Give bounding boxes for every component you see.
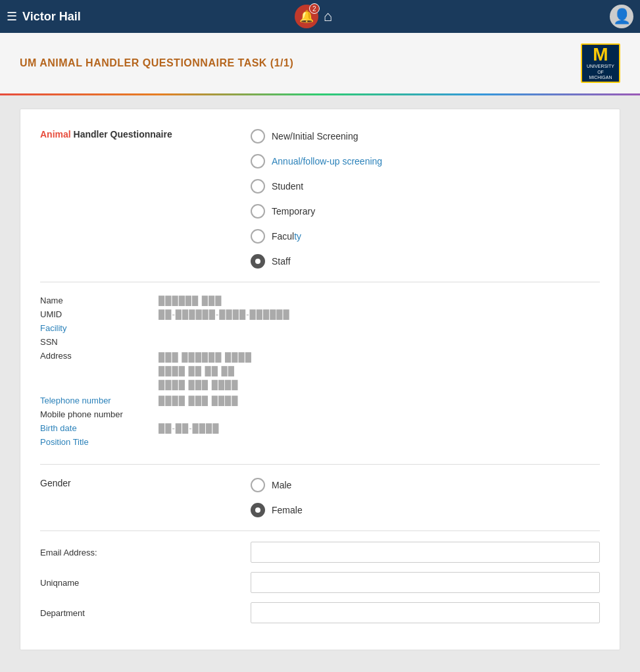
- radio-label-student: Student: [272, 181, 303, 192]
- info-row-mobile: Mobile phone number: [40, 409, 600, 419]
- radio-circle-male: [251, 478, 265, 492]
- user-profile-button[interactable]: 👤: [610, 5, 633, 28]
- info-row-position: Position Title: [40, 437, 600, 447]
- header-title: Victor Hail: [22, 10, 295, 24]
- input-row-department: Department: [40, 602, 600, 623]
- info-row-telephone: Telephone number ████ ███ ████: [40, 396, 600, 405]
- radio-label-annual-followup: Annual/follow-up screening: [272, 156, 382, 167]
- radio-circle-new-initial: [251, 129, 265, 143]
- info-value-name: ██████ ███: [159, 296, 222, 305]
- radio-student[interactable]: Student: [251, 179, 382, 194]
- radio-circle-staff: [251, 254, 265, 269]
- gender-label: Gender: [40, 478, 251, 488]
- radio-circle-faculty: [251, 229, 265, 244]
- logo-m: M: [593, 45, 608, 64]
- sub-header: UM ANIMAL HANDLER QUESTIONNAIRE TASK (1/…: [0, 33, 640, 95]
- label-rest: Handler Questionnaire: [71, 129, 172, 140]
- input-row-email: Email Address:: [40, 542, 600, 563]
- radio-label-temporary: Temporary: [272, 206, 315, 217]
- questionnaire-section: Animal Handler Questionnaire New/Initial…: [40, 122, 600, 275]
- gender-radio-group: Male Female: [251, 478, 303, 517]
- input-label-department: Department: [40, 608, 251, 618]
- main-content: Animal Handler Questionnaire New/Initial…: [0, 95, 640, 663]
- department-input[interactable]: [251, 602, 600, 623]
- radio-circle-temporary: [251, 204, 265, 219]
- radio-label-staff: Staff: [272, 256, 291, 267]
- radio-temporary[interactable]: Temporary: [251, 204, 382, 219]
- info-row-ssn: SSN: [40, 337, 600, 347]
- questionnaire-label: Animal Handler Questionnaire: [40, 129, 251, 140]
- input-section: Email Address: Uniqname Department: [40, 538, 600, 636]
- divider-2: [40, 464, 600, 465]
- bell-button[interactable]: 🔔 2: [295, 5, 318, 28]
- radio-female[interactable]: Female: [251, 503, 303, 517]
- radio-circle-annual-followup: [251, 154, 265, 168]
- home-icon: ⌂: [324, 8, 332, 24]
- input-label-uniqname: Uniqname: [40, 578, 251, 588]
- radio-faculty[interactable]: Faculty: [251, 229, 382, 244]
- info-row-birthdate: Birth date ██-██-████: [40, 423, 600, 433]
- menu-icon[interactable]: ☰: [7, 9, 17, 24]
- radio-label-faculty: Faculty: [272, 231, 301, 242]
- page-title: UM ANIMAL HANDLER QUESTIONNAIRE TASK (1/…: [20, 57, 293, 69]
- gender-section: Gender Male Female: [40, 471, 600, 524]
- info-row-facility: Facility: [40, 323, 600, 333]
- info-key-telephone: Telephone number: [40, 396, 159, 405]
- app-header: ☰ Victor Hail 🔔 2 ⌂ 👤: [0, 0, 640, 33]
- info-value-address: ███ ██████ ████████ ██ ██ ██████ ███ ███…: [159, 351, 252, 392]
- divider-1: [40, 282, 600, 282]
- info-key-mobile: Mobile phone number: [40, 409, 159, 419]
- info-row-name: Name ██████ ███: [40, 296, 600, 305]
- email-input[interactable]: [251, 542, 600, 563]
- radio-label-female: Female: [272, 505, 303, 515]
- info-value-telephone: ████ ███ ████: [159, 396, 239, 405]
- info-key-birthdate: Birth date: [40, 423, 159, 433]
- info-row-address: Address ███ ██████ ████████ ██ ██ ██████…: [40, 351, 600, 392]
- radio-label-male: Male: [272, 480, 291, 490]
- university-logo: M UNIVERSITYOFMICHIGAN: [581, 43, 620, 83]
- info-key-name: Name: [40, 296, 159, 305]
- info-key-position: Position Title: [40, 437, 159, 447]
- uniqname-input[interactable]: [251, 572, 600, 593]
- radio-male[interactable]: Male: [251, 478, 303, 492]
- info-section: Name ██████ ███ UMID ██-██████-████-████…: [40, 289, 600, 457]
- logo-text: UNIVERSITYOFMICHIGAN: [587, 64, 614, 80]
- info-value-umid: ██-██████-████-██████: [159, 309, 290, 319]
- info-key-umid: UMID: [40, 309, 159, 319]
- home-button[interactable]: ⌂: [324, 8, 332, 25]
- radio-new-initial[interactable]: New/Initial Screening: [251, 129, 382, 143]
- radio-annual-followup[interactable]: Annual/follow-up screening: [251, 154, 382, 168]
- divider-3: [40, 530, 600, 531]
- radio-circle-student: [251, 179, 265, 194]
- radio-staff[interactable]: Staff: [251, 254, 382, 269]
- bell-badge: 2: [309, 3, 320, 14]
- form-card: Animal Handler Questionnaire New/Initial…: [20, 109, 620, 650]
- label-highlight: Animal: [40, 129, 71, 140]
- info-key-ssn: SSN: [40, 337, 159, 347]
- info-row-umid: UMID ██-██████-████-██████: [40, 309, 600, 319]
- info-key-facility: Facility: [40, 323, 159, 333]
- user-icon: 👤: [613, 8, 631, 25]
- info-key-address: Address: [40, 351, 159, 361]
- radio-label-new-initial: New/Initial Screening: [272, 131, 358, 142]
- input-row-uniqname: Uniqname: [40, 572, 600, 593]
- questionnaire-radio-group: New/Initial Screening Annual/follow-up s…: [251, 129, 382, 269]
- radio-circle-female: [251, 503, 265, 517]
- input-label-email: Email Address:: [40, 548, 251, 557]
- info-value-birthdate: ██-██-████: [159, 423, 219, 433]
